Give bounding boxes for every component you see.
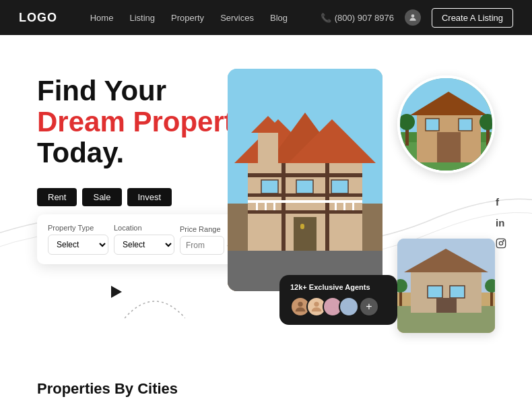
svg-rect-28 xyxy=(352,202,354,210)
create-listing-button[interactable]: Create A Listing xyxy=(432,8,513,28)
svg-point-54 xyxy=(314,302,319,307)
tab-invest[interactable]: Invest xyxy=(127,188,172,206)
properties-by-cities-title: Properties By Cities xyxy=(37,380,495,398)
svg-rect-21 xyxy=(300,224,304,229)
property-type-select[interactable]: Select xyxy=(48,235,108,255)
play-button-area xyxy=(111,286,122,298)
nav-right: 📞 (800) 907 8976 Create A Listing xyxy=(321,8,513,28)
svg-point-56 xyxy=(346,302,351,307)
svg-rect-20 xyxy=(294,217,317,251)
price-from-input[interactable] xyxy=(180,236,224,255)
nav-listing[interactable]: Listing xyxy=(129,13,155,23)
tab-rent[interactable]: Rent xyxy=(37,188,77,206)
svg-rect-48 xyxy=(436,298,457,313)
svg-rect-27 xyxy=(343,202,345,210)
circle-house-image xyxy=(397,75,495,173)
bottom-section: Properties By Cities xyxy=(0,365,532,399)
house-illustration xyxy=(228,69,383,291)
nav-property[interactable]: Property xyxy=(171,13,204,23)
property-type-label: Property Type xyxy=(48,224,108,232)
location-label: Location xyxy=(114,224,174,232)
svg-rect-24 xyxy=(265,202,267,210)
svg-point-0 xyxy=(411,14,415,18)
nav-blog[interactable]: Blog xyxy=(270,13,288,23)
avatar-4 xyxy=(339,297,359,317)
svg-rect-19 xyxy=(331,180,348,193)
navbar: LOGO Home Listing Property Services Blog… xyxy=(0,0,532,35)
svg-point-40 xyxy=(479,114,495,130)
tab-sale[interactable]: Sale xyxy=(82,188,121,206)
user-icon[interactable] xyxy=(405,9,421,26)
phone-icon: 📞 xyxy=(321,13,331,23)
svg-rect-25 xyxy=(273,202,275,210)
location-field: Location Select xyxy=(114,224,174,255)
linkedin-icon[interactable]: in xyxy=(496,217,506,228)
svg-rect-35 xyxy=(426,119,439,131)
rect-house-illustration xyxy=(397,239,495,333)
hero-section: Find Your Dream Property Today. Rent Sal… xyxy=(0,35,532,365)
dotted-arc xyxy=(125,291,185,325)
facebook-icon[interactable]: f xyxy=(496,196,506,208)
circle-house-illustration xyxy=(400,78,495,173)
svg-point-59 xyxy=(503,241,504,241)
agents-card: 12k+ Exclusive Agents + xyxy=(279,275,397,325)
svg-point-53 xyxy=(298,302,302,307)
play-button[interactable] xyxy=(111,286,122,298)
property-type-field: Property Type Select xyxy=(48,224,108,255)
svg-rect-47 xyxy=(450,286,465,298)
logo: LOGO xyxy=(19,11,57,25)
svg-rect-11 xyxy=(325,163,329,251)
nav-links: Home Listing Property Services Blog xyxy=(90,11,288,24)
nav-home[interactable]: Home xyxy=(90,13,114,23)
location-select[interactable]: Select xyxy=(114,235,174,255)
nav-phone: 📞 (800) 907 8976 xyxy=(321,13,394,23)
svg-rect-23 xyxy=(256,202,258,210)
svg-rect-34 xyxy=(437,132,461,162)
rect-house-image xyxy=(397,239,495,333)
nav-services[interactable]: Services xyxy=(220,13,254,23)
svg-rect-18 xyxy=(296,180,313,193)
main-house-image xyxy=(228,69,383,291)
svg-rect-57 xyxy=(496,239,505,247)
svg-point-58 xyxy=(499,241,502,245)
svg-rect-7 xyxy=(248,173,362,177)
svg-rect-15 xyxy=(258,133,278,166)
svg-rect-26 xyxy=(335,202,337,210)
instagram-icon[interactable] xyxy=(496,238,506,251)
avatar-plus-button[interactable]: + xyxy=(359,297,379,317)
svg-rect-10 xyxy=(281,163,286,251)
svg-rect-17 xyxy=(261,180,278,193)
svg-point-55 xyxy=(330,302,335,307)
svg-rect-9 xyxy=(248,210,362,214)
agents-title: 12k+ Exclusive Agents xyxy=(290,283,387,291)
svg-rect-36 xyxy=(459,119,472,131)
svg-rect-46 xyxy=(428,286,442,298)
agents-avatars: + xyxy=(290,297,387,317)
social-icons: f in xyxy=(496,196,506,251)
